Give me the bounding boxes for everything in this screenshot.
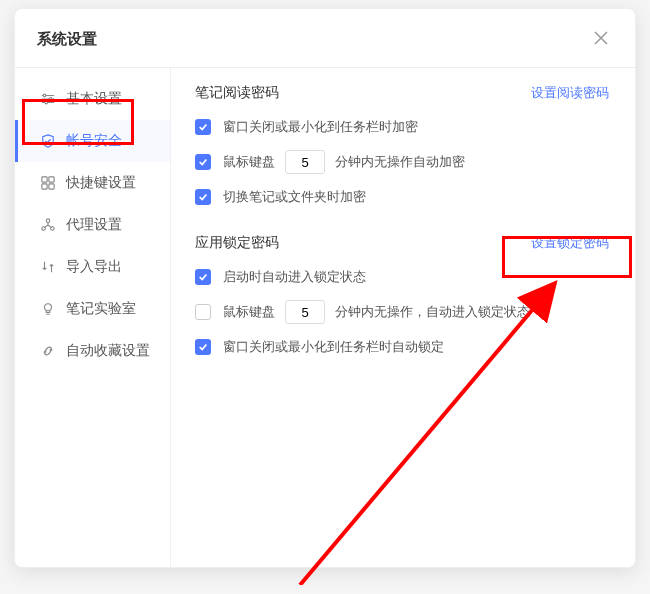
section-read-password: 笔记阅读密码 设置阅读密码 窗口关闭或最小化到任务栏时加密 鼠标键盘 分钟内无操… xyxy=(195,84,609,206)
idle-minutes-input[interactable] xyxy=(285,150,325,174)
sidebar-item-label: 代理设置 xyxy=(66,216,122,234)
section-lock-password: 应用锁定密码 设置锁定密码 启动时自动进入锁定状态 鼠标键盘 分钟内无操作，自动… xyxy=(195,234,609,356)
sidebar-item-label: 笔记实验室 xyxy=(66,300,136,318)
sidebar-item-label: 自动收藏设置 xyxy=(66,342,150,360)
svg-rect-6 xyxy=(49,184,54,189)
svg-point-1 xyxy=(49,98,52,101)
sidebar-item-basic[interactable]: 基本设置 xyxy=(15,78,170,120)
section-title: 笔记阅读密码 xyxy=(195,84,279,102)
import-export-icon xyxy=(40,259,56,275)
option-label: 鼠标键盘 xyxy=(223,153,275,171)
modal-header: 系统设置 xyxy=(15,9,635,68)
modal-body: 基本设置 帐号安全 快捷键设置 代理设置 xyxy=(15,68,635,567)
settings-sidebar: 基本设置 帐号安全 快捷键设置 代理设置 xyxy=(15,68,171,567)
set-lock-password-link[interactable]: 设置锁定密码 xyxy=(531,234,609,252)
set-read-password-link[interactable]: 设置阅读密码 xyxy=(531,84,609,102)
svg-point-7 xyxy=(46,219,50,223)
sidebar-item-label: 基本设置 xyxy=(66,90,122,108)
link-icon xyxy=(40,343,56,359)
section-header: 笔记阅读密码 设置阅读密码 xyxy=(195,84,609,102)
option-row: 鼠标键盘 分钟内无操作自动加密 xyxy=(195,150,609,174)
checkbox-lock-on-start[interactable] xyxy=(195,269,211,285)
checkbox-lock-on-close[interactable] xyxy=(195,339,211,355)
svg-rect-4 xyxy=(49,177,54,182)
option-label: 切换笔记或文件夹时加密 xyxy=(223,188,366,206)
sidebar-item-security[interactable]: 帐号安全 xyxy=(15,120,170,162)
option-label: 分钟内无操作，自动进入锁定状态 xyxy=(335,303,530,321)
checkbox-encrypt-on-switch[interactable] xyxy=(195,189,211,205)
section-header: 应用锁定密码 设置锁定密码 xyxy=(195,234,609,252)
sliders-icon xyxy=(40,91,56,107)
section-title: 应用锁定密码 xyxy=(195,234,279,252)
sidebar-item-label: 帐号安全 xyxy=(66,132,122,150)
settings-content: 笔记阅读密码 设置阅读密码 窗口关闭或最小化到任务栏时加密 鼠标键盘 分钟内无操… xyxy=(171,68,635,567)
close-icon xyxy=(593,30,609,46)
option-label: 分钟内无操作自动加密 xyxy=(335,153,465,171)
shield-icon xyxy=(40,133,56,149)
checkbox-lock-idle[interactable] xyxy=(195,304,211,320)
svg-point-2 xyxy=(45,101,48,104)
checkbox-encrypt-on-close[interactable] xyxy=(195,119,211,135)
sidebar-item-import[interactable]: 导入导出 xyxy=(15,246,170,288)
sidebar-item-autosave[interactable]: 自动收藏设置 xyxy=(15,330,170,372)
option-row: 启动时自动进入锁定状态 xyxy=(195,268,609,286)
svg-rect-5 xyxy=(42,184,47,189)
close-button[interactable] xyxy=(589,25,613,53)
option-row: 窗口关闭或最小化到任务栏时加密 xyxy=(195,118,609,136)
bulb-icon xyxy=(40,301,56,317)
sidebar-item-shortcut[interactable]: 快捷键设置 xyxy=(15,162,170,204)
option-row: 切换笔记或文件夹时加密 xyxy=(195,188,609,206)
sidebar-item-label: 导入导出 xyxy=(66,258,122,276)
sidebar-item-proxy[interactable]: 代理设置 xyxy=(15,204,170,246)
modal-title: 系统设置 xyxy=(37,30,97,49)
sidebar-item-label: 快捷键设置 xyxy=(66,174,136,192)
option-label: 鼠标键盘 xyxy=(223,303,275,321)
network-icon xyxy=(40,217,56,233)
checkbox-encrypt-idle[interactable] xyxy=(195,154,211,170)
option-label: 启动时自动进入锁定状态 xyxy=(223,268,366,286)
sidebar-item-lab[interactable]: 笔记实验室 xyxy=(15,288,170,330)
option-row: 鼠标键盘 分钟内无操作，自动进入锁定状态 xyxy=(195,300,609,324)
svg-point-10 xyxy=(45,304,52,311)
keyboard-icon xyxy=(40,175,56,191)
settings-modal: 系统设置 基本设置 帐号安全 快捷键设置 xyxy=(14,8,636,568)
svg-point-0 xyxy=(43,94,46,97)
option-label: 窗口关闭或最小化到任务栏时自动锁定 xyxy=(223,338,444,356)
option-row: 窗口关闭或最小化到任务栏时自动锁定 xyxy=(195,338,609,356)
lock-idle-minutes-input[interactable] xyxy=(285,300,325,324)
option-label: 窗口关闭或最小化到任务栏时加密 xyxy=(223,118,418,136)
svg-rect-3 xyxy=(42,177,47,182)
